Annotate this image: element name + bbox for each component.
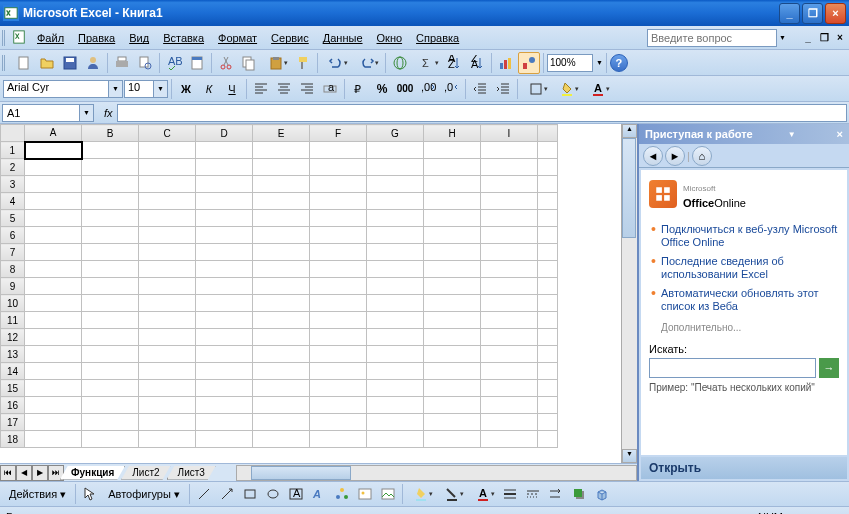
borders-button[interactable]: [521, 78, 551, 100]
spelling-button[interactable]: ABC: [163, 52, 185, 74]
menu-help[interactable]: Справка: [409, 29, 466, 47]
chart-wizard-button[interactable]: [495, 52, 517, 74]
3d-button[interactable]: [591, 483, 613, 505]
tab-first-button[interactable]: ⏮: [0, 465, 16, 481]
name-box[interactable]: A1▼: [2, 104, 94, 122]
menu-data[interactable]: Данные: [316, 29, 370, 47]
increase-decimal-button[interactable]: ,00: [417, 78, 439, 100]
font-color-draw-button[interactable]: A: [468, 483, 498, 505]
sort-asc-button[interactable]: AZ: [443, 52, 465, 74]
undo-button[interactable]: [321, 52, 351, 74]
autoshapes-menu[interactable]: Автофигуры ▾: [102, 486, 186, 503]
zoom-dropdown[interactable]: ▼: [596, 59, 603, 66]
help-dropdown[interactable]: ▼: [779, 34, 793, 41]
doc-close-button[interactable]: ×: [833, 31, 847, 45]
print-preview-button[interactable]: [134, 52, 156, 74]
line-color-button[interactable]: [437, 483, 467, 505]
rectangle-button[interactable]: [239, 483, 261, 505]
textbox-button[interactable]: A: [285, 483, 307, 505]
line-button[interactable]: [193, 483, 215, 505]
menu-edit[interactable]: Правка: [71, 29, 122, 47]
menu-window[interactable]: Окно: [370, 29, 410, 47]
select-objects-button[interactable]: [79, 483, 101, 505]
fx-icon[interactable]: fx: [104, 107, 113, 119]
tab-next-button[interactable]: ▶: [32, 465, 48, 481]
taskpane-link-autoupdate[interactable]: Автоматически обновлять этот список из В…: [649, 284, 839, 316]
line-style-button[interactable]: [499, 483, 521, 505]
align-center-button[interactable]: [273, 78, 295, 100]
fill-color-draw-button[interactable]: [406, 483, 436, 505]
open-button[interactable]: [36, 52, 58, 74]
copy-button[interactable]: [238, 52, 260, 74]
format-painter-button[interactable]: [292, 52, 314, 74]
merge-center-button[interactable]: a: [319, 78, 341, 100]
menu-tools[interactable]: Сервис: [264, 29, 316, 47]
align-right-button[interactable]: [296, 78, 318, 100]
menu-view[interactable]: Вид: [122, 29, 156, 47]
sort-desc-button[interactable]: ZA: [466, 52, 488, 74]
sheet-tab-3[interactable]: Лист3: [167, 466, 216, 480]
arrow-style-button[interactable]: [545, 483, 567, 505]
align-left-button[interactable]: [250, 78, 272, 100]
autosum-button[interactable]: Σ: [412, 52, 442, 74]
decrease-indent-button[interactable]: [469, 78, 491, 100]
drawing-actions-menu[interactable]: Действия ▾: [3, 486, 72, 503]
menu-format[interactable]: Формат: [211, 29, 264, 47]
increase-indent-button[interactable]: [492, 78, 514, 100]
wordart-button[interactable]: A: [308, 483, 330, 505]
close-button[interactable]: ×: [825, 3, 846, 24]
taskpane-search-go-button[interactable]: →: [819, 358, 839, 378]
hyperlink-button[interactable]: [389, 52, 411, 74]
font-size-combo[interactable]: 10▼: [124, 80, 168, 98]
fill-color-button[interactable]: [552, 78, 582, 100]
font-name-combo[interactable]: Arial Cyr▼: [3, 80, 123, 98]
insert-picture-button[interactable]: [377, 483, 399, 505]
redo-button[interactable]: [352, 52, 382, 74]
font-color-button[interactable]: A: [583, 78, 613, 100]
oval-button[interactable]: [262, 483, 284, 505]
arrow-button[interactable]: [216, 483, 238, 505]
horizontal-scrollbar[interactable]: [236, 465, 637, 481]
doc-minimize-button[interactable]: _: [801, 31, 815, 45]
menu-insert[interactable]: Вставка: [156, 29, 211, 47]
dash-style-button[interactable]: [522, 483, 544, 505]
decrease-decimal-button[interactable]: ,0: [440, 78, 462, 100]
maximize-button[interactable]: ❐: [802, 3, 823, 24]
new-button[interactable]: [13, 52, 35, 74]
formula-bar[interactable]: [117, 104, 847, 122]
currency-button[interactable]: ₽: [348, 78, 370, 100]
toolbar-handle[interactable]: [2, 55, 10, 71]
taskpane-open-section[interactable]: Открыть: [641, 457, 847, 479]
help-search-input[interactable]: [647, 29, 777, 47]
task-pane-home-button[interactable]: ⌂: [692, 146, 712, 166]
research-button[interactable]: [186, 52, 208, 74]
diagram-button[interactable]: [331, 483, 353, 505]
task-pane-back-button[interactable]: ◄: [643, 146, 663, 166]
taskpane-link-connect[interactable]: Подключиться к веб-узлу Microsoft Office…: [649, 220, 839, 252]
minimize-button[interactable]: _: [779, 3, 800, 24]
bold-button[interactable]: Ж: [175, 78, 197, 100]
taskpane-link-more[interactable]: Дополнительно...: [661, 322, 839, 333]
sheet-tab-1[interactable]: Функция: [60, 466, 125, 480]
help-button[interactable]: ?: [610, 54, 628, 72]
cut-button[interactable]: [215, 52, 237, 74]
menu-file[interactable]: Файл: [30, 29, 71, 47]
percent-button[interactable]: %: [371, 78, 393, 100]
print-button[interactable]: [111, 52, 133, 74]
doc-restore-button[interactable]: ❐: [817, 31, 831, 45]
task-pane-dropdown[interactable]: ▼: [788, 130, 796, 139]
clipart-button[interactable]: [354, 483, 376, 505]
underline-button[interactable]: Ч: [221, 78, 243, 100]
italic-button[interactable]: К: [198, 78, 220, 100]
zoom-combo[interactable]: [547, 54, 593, 72]
menubar-handle[interactable]: [2, 30, 10, 46]
permission-button[interactable]: [82, 52, 104, 74]
taskpane-search-input[interactable]: [649, 358, 816, 378]
taskpane-link-news[interactable]: Последние сведения об использовании Exce…: [649, 252, 839, 284]
vertical-scrollbar[interactable]: ▲ ▼: [621, 124, 637, 463]
tab-prev-button[interactable]: ◀: [16, 465, 32, 481]
shadow-button[interactable]: [568, 483, 590, 505]
save-button[interactable]: [59, 52, 81, 74]
drawing-toggle-button[interactable]: [518, 52, 540, 74]
task-pane-forward-button[interactable]: ►: [665, 146, 685, 166]
